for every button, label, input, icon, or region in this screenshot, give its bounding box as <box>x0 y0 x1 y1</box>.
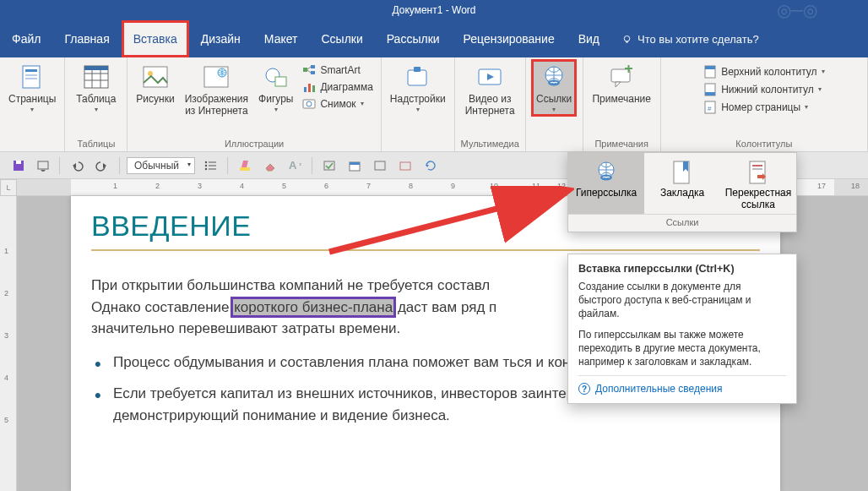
chevron-down-icon: ▾ <box>818 85 822 93</box>
svg-rect-23 <box>304 87 307 92</box>
refresh-button[interactable] <box>420 158 441 173</box>
comment-button[interactable]: Примечание <box>589 61 654 106</box>
tab-view[interactable]: Вид <box>567 20 611 57</box>
hyperlink-icon <box>592 158 621 187</box>
tab-home[interactable]: Главная <box>52 20 121 57</box>
font-color-button[interactable]: A² <box>285 157 305 173</box>
svg-rect-56 <box>240 167 250 171</box>
bookmark-button[interactable]: Закладка <box>644 153 720 214</box>
svg-rect-2 <box>23 66 40 88</box>
pagenum-icon: # <box>703 101 717 114</box>
qat-dropdown[interactable] <box>34 158 52 173</box>
save-button[interactable] <box>8 157 29 174</box>
list-button[interactable] <box>200 158 220 173</box>
svg-rect-61 <box>350 162 360 165</box>
svg-rect-71 <box>752 168 762 170</box>
link-icon <box>540 63 568 91</box>
picture-icon <box>141 63 170 91</box>
tab-layout[interactable]: Макет <box>252 20 310 57</box>
info-icon: ? <box>578 383 590 395</box>
shapes-button[interactable]: Фигуры ▾ <box>255 61 296 115</box>
shapes-icon <box>262 63 290 91</box>
calendar-button[interactable] <box>344 158 365 173</box>
screenshot-icon <box>302 97 316 111</box>
tab-file[interactable]: Файл <box>0 20 52 57</box>
footer-icon <box>703 83 717 96</box>
svg-rect-39 <box>705 66 715 69</box>
group-comments: Примечания <box>589 137 655 151</box>
chevron-down-icon: ▾ <box>552 106 556 113</box>
svg-marker-64 <box>426 165 429 167</box>
misc-button-1[interactable] <box>370 158 390 173</box>
heading-rule <box>91 249 760 251</box>
tooltip-text: Создание ссылки в документе для быстрого… <box>578 280 786 321</box>
tab-design[interactable]: Дизайн <box>189 20 252 57</box>
tab-review[interactable]: Рецензирование <box>452 20 567 57</box>
svg-rect-70 <box>752 165 762 166</box>
svg-rect-20 <box>311 71 315 74</box>
svg-rect-46 <box>38 161 48 169</box>
crossref-button[interactable]: Перекрестная ссылка <box>720 153 796 214</box>
undo-button[interactable] <box>67 158 87 173</box>
svg-rect-12 <box>144 67 167 87</box>
smartart-icon <box>302 63 316 77</box>
pictures-button[interactable]: Рисунки <box>133 61 177 106</box>
svg-marker-57 <box>241 161 248 167</box>
chevron-down-icon: ▾ <box>30 106 34 113</box>
svg-rect-34 <box>611 69 630 82</box>
svg-rect-1 <box>626 41 627 42</box>
svg-rect-5 <box>25 78 37 79</box>
tab-references[interactable]: Ссылки <box>309 20 374 57</box>
crossref-icon <box>744 158 773 187</box>
svg-rect-25 <box>312 85 315 92</box>
svg-rect-11 <box>84 66 108 70</box>
footer-button[interactable]: Нижний колонтитул▾ <box>701 82 824 97</box>
svg-line-21 <box>307 67 311 69</box>
group-media: Мультимедиа <box>460 137 520 151</box>
hyperlink-button[interactable]: Гиперссылка <box>568 153 644 214</box>
tooltip-more-link[interactable]: ? Дополнительные сведения <box>578 375 786 395</box>
header-button[interactable]: Верхний колонтитул▾ <box>701 64 827 79</box>
chart-button[interactable]: Диаграмма <box>300 79 375 95</box>
online-video-button[interactable]: Видео из Интернета <box>462 61 518 118</box>
pages-button[interactable]: Страницы ▾ <box>5 61 59 115</box>
svg-rect-62 <box>375 161 385 170</box>
bulb-icon <box>621 34 632 45</box>
tooltip-title: Вставка гиперссылки (Ctrl+K) <box>578 263 786 275</box>
svg-rect-59 <box>324 161 334 170</box>
svg-text:#: # <box>708 105 712 112</box>
misc-button-2[interactable] <box>395 158 415 173</box>
bookmark-icon <box>668 158 697 187</box>
tab-mailings[interactable]: Рассылки <box>375 20 452 57</box>
style-selector[interactable]: Обычный▾ <box>127 157 195 174</box>
svg-point-51 <box>205 164 207 166</box>
svg-rect-69 <box>750 161 765 183</box>
redo-button[interactable] <box>92 158 112 173</box>
selected-text[interactable]: короткого бизнес-плана <box>233 299 393 315</box>
highlight-button[interactable] <box>235 157 255 174</box>
addins-button[interactable]: Надстройки ▾ <box>387 61 449 115</box>
chevron-down-icon: ▾ <box>361 100 364 107</box>
table-button[interactable]: Таблица ▾ <box>73 61 119 115</box>
tab-insert[interactable]: Вставка <box>122 20 189 57</box>
svg-rect-18 <box>303 68 307 72</box>
svg-marker-35 <box>616 82 621 87</box>
tell-me[interactable]: Что вы хотите сделать? <box>621 33 759 46</box>
svg-point-13 <box>148 71 153 76</box>
screenshot-button[interactable]: Снимок▾ <box>300 96 375 112</box>
vertical-ruler[interactable]: 1 2 3 4 5 <box>0 196 17 491</box>
task-button[interactable] <box>319 158 339 173</box>
svg-rect-28 <box>408 70 426 85</box>
svg-rect-45 <box>16 161 21 164</box>
links-button[interactable]: Ссылки ▾ <box>533 61 575 115</box>
online-pictures-button[interactable]: Изображения из Интернета <box>182 61 252 118</box>
page-number-button[interactable]: #Номер страницы▾ <box>701 100 811 115</box>
eraser-button[interactable] <box>260 158 280 173</box>
table-icon <box>82 63 111 91</box>
svg-rect-41 <box>705 92 715 95</box>
smartart-button[interactable]: SmartArt <box>300 63 375 78</box>
svg-rect-29 <box>414 67 420 72</box>
ribbon-tabs: Файл Главная Вставка Дизайн Макет Ссылки… <box>0 20 868 57</box>
ruler-corner[interactable]: L <box>0 179 17 196</box>
svg-rect-24 <box>308 84 311 92</box>
